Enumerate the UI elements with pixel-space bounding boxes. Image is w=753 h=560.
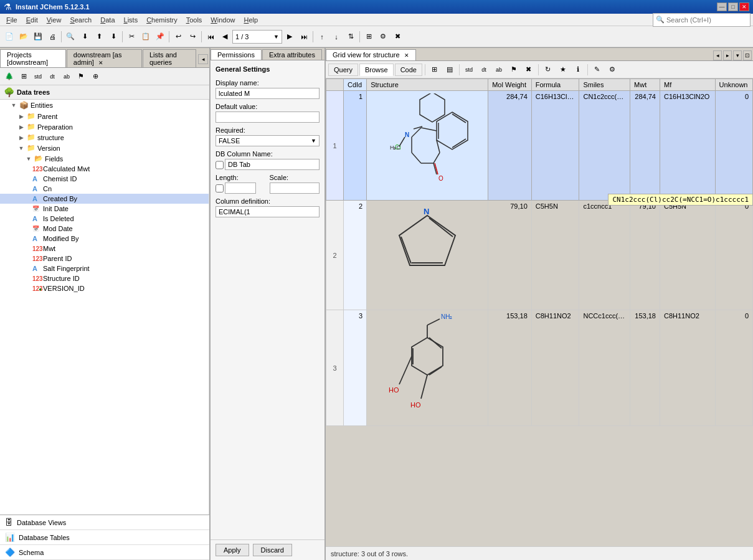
header-formula[interactable]: Formula: [531, 79, 579, 91]
form-view-btn[interactable]: ▤: [443, 64, 457, 76]
open-btn[interactable]: 📂: [17, 31, 31, 43]
ab-btn2[interactable]: ab: [492, 64, 506, 76]
discard-button[interactable]: Discard: [253, 544, 292, 556]
header-cdid[interactable]: CdId: [344, 79, 367, 91]
grid-scroll-right[interactable]: ▸: [723, 50, 732, 60]
std-btn[interactable]: std: [462, 64, 476, 76]
save-btn[interactable]: 💾: [31, 31, 45, 43]
db-col-input[interactable]: [225, 159, 320, 170]
sort-asc-btn[interactable]: ↑: [315, 31, 329, 43]
query-tab[interactable]: Query: [328, 64, 358, 76]
apply-button[interactable]: Apply: [215, 544, 249, 556]
required-combo[interactable]: FALSE ▼: [215, 135, 320, 146]
flag-btn[interactable]: ⚑: [507, 64, 521, 76]
tree-preparation[interactable]: ▶ 📁 Preparation: [0, 121, 209, 132]
header-mwt[interactable]: Mwt: [630, 79, 660, 91]
undo-btn[interactable]: ↩: [171, 31, 185, 43]
tree-dt-btn[interactable]: dt: [45, 70, 59, 83]
redo-btn[interactable]: ↪: [186, 31, 199, 43]
header-molweight[interactable]: Mol Weight: [488, 79, 532, 91]
length-input[interactable]: [225, 183, 256, 194]
header-unknown[interactable]: Unknown: [715, 79, 752, 91]
browse-tab[interactable]: Browse: [359, 64, 394, 76]
header-structure[interactable]: Structure: [367, 79, 488, 91]
table-row[interactable]: 3 3: [326, 310, 753, 426]
menu-window[interactable]: Window: [207, 15, 239, 25]
refresh-btn[interactable]: ↻: [541, 64, 555, 76]
tree-salt-fp[interactable]: A Salt Fingerprint: [0, 263, 209, 273]
tree-modified-by[interactable]: A Modified By: [0, 234, 209, 244]
maximize-button[interactable]: □: [728, 2, 738, 11]
cut-btn[interactable]: ✂: [125, 31, 138, 43]
table-row[interactable]: 2 2: [326, 201, 753, 310]
tree-chemist-id[interactable]: A Chemist ID: [0, 174, 209, 184]
tree-mwt[interactable]: 123 Mwt: [0, 244, 209, 254]
close-button[interactable]: ✕: [739, 2, 749, 11]
menu-chemistry[interactable]: Chemistry: [143, 15, 181, 25]
tree-fields[interactable]: ▼ 📂 Fields: [0, 153, 209, 164]
tree-structure[interactable]: ▶ 📁 structure: [0, 132, 209, 143]
grid-maximize[interactable]: ⊡: [743, 50, 752, 60]
tree-new-btn[interactable]: 🌲: [2, 70, 16, 83]
tree-init-date[interactable]: 📅 Init Date: [0, 204, 209, 214]
tree-cn[interactable]: A Cn: [0, 184, 209, 194]
table-view-btn[interactable]: ⊞: [428, 64, 442, 76]
menu-data[interactable]: Data: [97, 15, 118, 25]
tree-version[interactable]: ▼ 📁 Version: [0, 143, 209, 153]
db-views-item[interactable]: 🗄 Database Views: [0, 515, 209, 530]
code-tab[interactable]: Code: [395, 64, 422, 76]
import-btn[interactable]: ⬆: [92, 31, 106, 43]
tab-downstream-admin[interactable]: downstream [as admin] ✕: [67, 49, 142, 67]
search-btn[interactable]: 🔍: [64, 31, 77, 43]
prev-btn[interactable]: ◀: [218, 31, 232, 43]
copy-btn[interactable]: 📋: [139, 31, 153, 43]
grid-tab-close[interactable]: ✕: [404, 52, 409, 59]
tree-created-by[interactable]: A Created By: [0, 194, 209, 204]
col-def-input[interactable]: [215, 206, 320, 217]
menu-search[interactable]: Search: [66, 15, 95, 25]
table-row[interactable]: 1 1: [326, 91, 753, 201]
header-mf[interactable]: Mf: [660, 79, 715, 91]
delete-col-btn[interactable]: ✖: [522, 64, 536, 76]
tree-parent-id[interactable]: 123 Parent ID: [0, 254, 209, 263]
display-name-input[interactable]: [215, 88, 320, 99]
search-input[interactable]: [666, 16, 747, 24]
tree-version-id[interactable]: 123● VERSION_ID: [0, 283, 209, 293]
tree-ab-btn[interactable]: ab: [60, 70, 73, 83]
new-btn[interactable]: 📄: [2, 31, 16, 43]
export-btn[interactable]: ⬇: [107, 31, 120, 43]
filter-btn[interactable]: ⬇: [78, 31, 92, 43]
paste-btn[interactable]: 📌: [153, 31, 167, 43]
default-value-input[interactable]: [215, 112, 320, 123]
print-btn[interactable]: 🖨: [45, 31, 59, 43]
sort2-btn[interactable]: ⇅: [344, 31, 358, 43]
tree-is-deleted[interactable]: A Is Deleted: [0, 214, 209, 224]
tree-parent[interactable]: ▶ 📁 Parent: [0, 111, 209, 121]
tree-mod-date[interactable]: 📅 Mod Date: [0, 224, 209, 234]
close-tab-btn[interactable]: ✖: [391, 31, 404, 43]
pagination-combo[interactable]: 1 / 3 ▼: [232, 30, 282, 44]
grid-dropdown[interactable]: ▾: [733, 50, 742, 60]
menu-lists[interactable]: Lists: [120, 15, 142, 25]
header-smiles[interactable]: Smiles: [579, 79, 630, 91]
tab-admin-close[interactable]: ✕: [98, 60, 103, 66]
tree-grid-btn[interactable]: ⊞: [17, 70, 31, 83]
permissions-tab[interactable]: Permissions: [211, 49, 262, 60]
sort-desc-btn[interactable]: ↓: [329, 31, 343, 43]
extra-attributes-tab[interactable]: Extra attributes: [262, 49, 322, 60]
db-tables-item[interactable]: 📊 Database Tables: [0, 530, 209, 545]
settings-btn2[interactable]: ⚙: [376, 31, 390, 43]
grid-scroll-left[interactable]: ◂: [713, 50, 722, 60]
db-col-checkbox[interactable]: [215, 160, 224, 170]
scale-input[interactable]: [270, 183, 320, 194]
tab-projects-downstream[interactable]: Projects [downstream]: [0, 49, 66, 67]
tree-filter-btn[interactable]: ⚑: [74, 70, 88, 83]
tree-entities[interactable]: ▼ 📦 Entities: [0, 100, 209, 111]
edit-btn[interactable]: ✎: [590, 64, 604, 76]
dt-btn2[interactable]: dt: [477, 64, 491, 76]
minimize-button[interactable]: —: [717, 2, 727, 11]
schema-item[interactable]: 🔷 Schema: [0, 545, 209, 560]
menu-edit[interactable]: Edit: [22, 15, 42, 25]
panel-collapse-btn[interactable]: ◂: [198, 54, 208, 64]
tree-calc-mwt[interactable]: 123 Calculated Mwt: [0, 164, 209, 174]
